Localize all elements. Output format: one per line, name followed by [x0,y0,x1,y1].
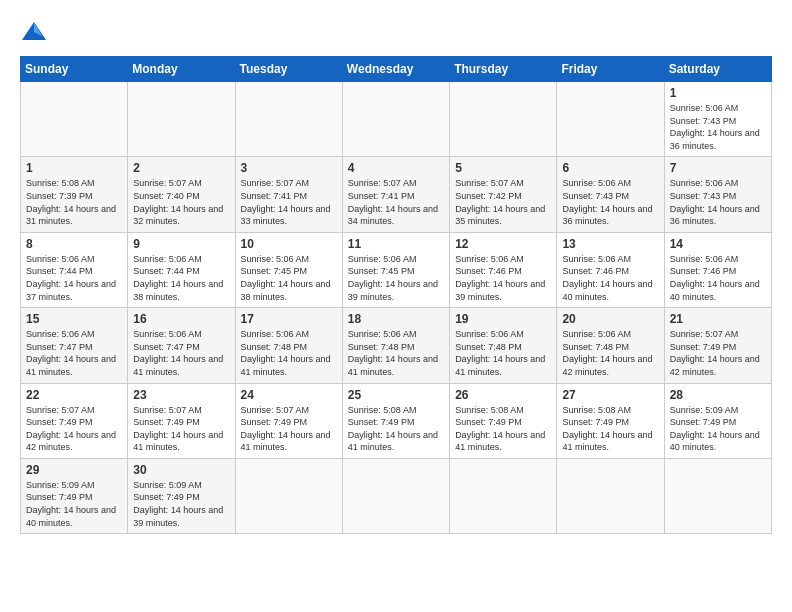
calendar-cell: 10Sunrise: 5:06 AMSunset: 7:45 PMDayligh… [235,232,342,307]
calendar-cell [235,458,342,533]
calendar-cell [450,82,557,157]
calendar-cell: 28Sunrise: 5:09 AMSunset: 7:49 PMDayligh… [664,383,771,458]
day-number: 24 [241,388,337,402]
day-info: Sunrise: 5:09 AMSunset: 7:49 PMDaylight:… [26,479,122,529]
day-number: 1 [670,86,766,100]
calendar-cell: 3Sunrise: 5:07 AMSunset: 7:41 PMDaylight… [235,157,342,232]
calendar-week-4: 22Sunrise: 5:07 AMSunset: 7:49 PMDayligh… [21,383,772,458]
calendar-week-2: 8Sunrise: 5:06 AMSunset: 7:44 PMDaylight… [21,232,772,307]
day-info: Sunrise: 5:07 AMSunset: 7:40 PMDaylight:… [133,177,229,227]
calendar-cell: 1Sunrise: 5:06 AMSunset: 7:43 PMDaylight… [664,82,771,157]
day-info: Sunrise: 5:06 AMSunset: 7:47 PMDaylight:… [133,328,229,378]
day-number: 13 [562,237,658,251]
day-number: 10 [241,237,337,251]
calendar-cell: 8Sunrise: 5:06 AMSunset: 7:44 PMDaylight… [21,232,128,307]
day-info: Sunrise: 5:08 AMSunset: 7:49 PMDaylight:… [455,404,551,454]
day-number: 28 [670,388,766,402]
day-number: 3 [241,161,337,175]
day-number: 11 [348,237,444,251]
day-info: Sunrise: 5:06 AMSunset: 7:44 PMDaylight:… [26,253,122,303]
day-info: Sunrise: 5:06 AMSunset: 7:45 PMDaylight:… [348,253,444,303]
day-number: 26 [455,388,551,402]
calendar-cell: 6Sunrise: 5:06 AMSunset: 7:43 PMDaylight… [557,157,664,232]
calendar-week-0: 1Sunrise: 5:06 AMSunset: 7:43 PMDaylight… [21,82,772,157]
day-info: Sunrise: 5:07 AMSunset: 7:49 PMDaylight:… [133,404,229,454]
calendar-cell: 20Sunrise: 5:06 AMSunset: 7:48 PMDayligh… [557,308,664,383]
day-number: 21 [670,312,766,326]
day-number: 27 [562,388,658,402]
day-number: 15 [26,312,122,326]
day-number: 19 [455,312,551,326]
calendar-cell [235,82,342,157]
calendar-cell: 27Sunrise: 5:08 AMSunset: 7:49 PMDayligh… [557,383,664,458]
calendar-week-5: 29Sunrise: 5:09 AMSunset: 7:49 PMDayligh… [21,458,772,533]
calendar-cell: 11Sunrise: 5:06 AMSunset: 7:45 PMDayligh… [342,232,449,307]
day-number: 23 [133,388,229,402]
day-number: 17 [241,312,337,326]
col-header-sunday: Sunday [21,57,128,82]
calendar-cell: 7Sunrise: 5:06 AMSunset: 7:43 PMDaylight… [664,157,771,232]
day-number: 12 [455,237,551,251]
day-info: Sunrise: 5:07 AMSunset: 7:41 PMDaylight:… [241,177,337,227]
day-number: 4 [348,161,444,175]
calendar-cell [557,458,664,533]
calendar-cell: 21Sunrise: 5:07 AMSunset: 7:49 PMDayligh… [664,308,771,383]
day-info: Sunrise: 5:07 AMSunset: 7:41 PMDaylight:… [348,177,444,227]
calendar-cell: 18Sunrise: 5:06 AMSunset: 7:48 PMDayligh… [342,308,449,383]
day-info: Sunrise: 5:06 AMSunset: 7:48 PMDaylight:… [348,328,444,378]
day-info: Sunrise: 5:09 AMSunset: 7:49 PMDaylight:… [133,479,229,529]
calendar-cell: 25Sunrise: 5:08 AMSunset: 7:49 PMDayligh… [342,383,449,458]
calendar-cell: 2Sunrise: 5:07 AMSunset: 7:40 PMDaylight… [128,157,235,232]
col-header-friday: Friday [557,57,664,82]
calendar-cell: 16Sunrise: 5:06 AMSunset: 7:47 PMDayligh… [128,308,235,383]
calendar-cell [450,458,557,533]
day-info: Sunrise: 5:06 AMSunset: 7:46 PMDaylight:… [670,253,766,303]
day-number: 14 [670,237,766,251]
day-info: Sunrise: 5:06 AMSunset: 7:48 PMDaylight:… [241,328,337,378]
day-number: 6 [562,161,658,175]
calendar-cell: 15Sunrise: 5:06 AMSunset: 7:47 PMDayligh… [21,308,128,383]
day-info: Sunrise: 5:06 AMSunset: 7:43 PMDaylight:… [670,177,766,227]
col-header-wednesday: Wednesday [342,57,449,82]
calendar-cell: 23Sunrise: 5:07 AMSunset: 7:49 PMDayligh… [128,383,235,458]
day-info: Sunrise: 5:06 AMSunset: 7:44 PMDaylight:… [133,253,229,303]
calendar-cell: 5Sunrise: 5:07 AMSunset: 7:42 PMDaylight… [450,157,557,232]
calendar-cell: 17Sunrise: 5:06 AMSunset: 7:48 PMDayligh… [235,308,342,383]
day-info: Sunrise: 5:07 AMSunset: 7:49 PMDaylight:… [241,404,337,454]
page: SundayMondayTuesdayWednesdayThursdayFrid… [0,0,792,612]
day-info: Sunrise: 5:09 AMSunset: 7:49 PMDaylight:… [670,404,766,454]
day-number: 25 [348,388,444,402]
calendar-cell [664,458,771,533]
day-info: Sunrise: 5:07 AMSunset: 7:42 PMDaylight:… [455,177,551,227]
calendar-cell: 4Sunrise: 5:07 AMSunset: 7:41 PMDaylight… [342,157,449,232]
calendar: SundayMondayTuesdayWednesdayThursdayFrid… [20,56,772,534]
header [20,16,772,46]
calendar-cell [557,82,664,157]
day-number: 18 [348,312,444,326]
day-number: 22 [26,388,122,402]
day-number: 30 [133,463,229,477]
day-info: Sunrise: 5:06 AMSunset: 7:45 PMDaylight:… [241,253,337,303]
day-number: 8 [26,237,122,251]
calendar-cell: 1Sunrise: 5:08 AMSunset: 7:39 PMDaylight… [21,157,128,232]
col-header-tuesday: Tuesday [235,57,342,82]
day-info: Sunrise: 5:06 AMSunset: 7:46 PMDaylight:… [455,253,551,303]
calendar-cell [342,458,449,533]
calendar-week-1: 1Sunrise: 5:08 AMSunset: 7:39 PMDaylight… [21,157,772,232]
day-info: Sunrise: 5:06 AMSunset: 7:48 PMDaylight:… [455,328,551,378]
day-number: 5 [455,161,551,175]
logo-icon [20,18,48,46]
day-info: Sunrise: 5:06 AMSunset: 7:48 PMDaylight:… [562,328,658,378]
calendar-cell: 22Sunrise: 5:07 AMSunset: 7:49 PMDayligh… [21,383,128,458]
calendar-cell: 30Sunrise: 5:09 AMSunset: 7:49 PMDayligh… [128,458,235,533]
calendar-cell: 26Sunrise: 5:08 AMSunset: 7:49 PMDayligh… [450,383,557,458]
day-info: Sunrise: 5:07 AMSunset: 7:49 PMDaylight:… [670,328,766,378]
calendar-cell: 9Sunrise: 5:06 AMSunset: 7:44 PMDaylight… [128,232,235,307]
day-info: Sunrise: 5:08 AMSunset: 7:39 PMDaylight:… [26,177,122,227]
calendar-cell: 29Sunrise: 5:09 AMSunset: 7:49 PMDayligh… [21,458,128,533]
calendar-cell: 14Sunrise: 5:06 AMSunset: 7:46 PMDayligh… [664,232,771,307]
day-number: 7 [670,161,766,175]
day-info: Sunrise: 5:06 AMSunset: 7:43 PMDaylight:… [562,177,658,227]
day-info: Sunrise: 5:06 AMSunset: 7:46 PMDaylight:… [562,253,658,303]
day-info: Sunrise: 5:06 AMSunset: 7:47 PMDaylight:… [26,328,122,378]
